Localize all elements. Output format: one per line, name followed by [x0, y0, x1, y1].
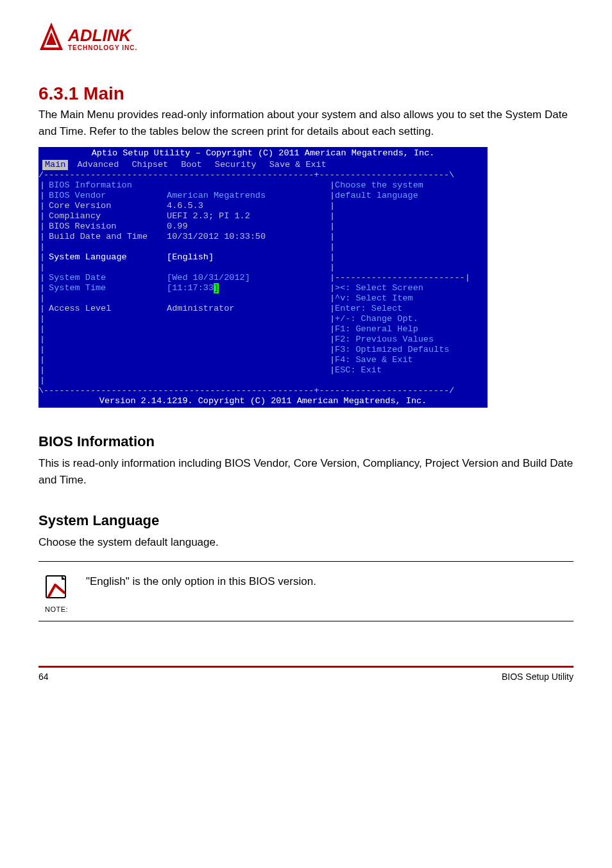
- bios-footer: Version 2.14.1219. Copyright (C) 2011 Am…: [38, 396, 488, 408]
- bios-lang-value[interactable]: [English]: [167, 252, 214, 263]
- bios-border-top: /---------------------------------------…: [38, 170, 488, 180]
- bios-tabs: Main Advanced Chipset Boot Security Save…: [38, 160, 488, 170]
- tab-chipset[interactable]: Chipset: [128, 160, 172, 170]
- footer-title: BIOS Setup Utility: [502, 672, 574, 682]
- brand-logo: ADLINK TECHNOLOGY INC.: [38, 19, 574, 58]
- bios-time-label[interactable]: System Time: [45, 283, 167, 293]
- help-k2: ^v: Select Item: [335, 293, 413, 303]
- help-k7: F3: Optimized Defaults: [335, 345, 449, 354]
- help-k5: F1: General Help: [335, 324, 418, 334]
- bios-builddate-value: 10/31/2012 10:33:50: [167, 232, 266, 242]
- bios-lang-label[interactable]: System Language: [45, 252, 167, 263]
- tab-security[interactable]: Security: [211, 160, 260, 170]
- help-l2: default language: [335, 191, 418, 200]
- help-l1: Choose the system: [335, 180, 423, 190]
- heading-bios-info: BIOS Information: [38, 433, 574, 450]
- tab-boot[interactable]: Boot: [177, 160, 205, 170]
- bios-info-title: BIOS Information: [45, 180, 167, 191]
- logo-text-bottom: TECHNOLOGY INC.: [68, 44, 137, 51]
- bios-title-bar: Aptio Setup Utility – Copyright (C) 2011…: [38, 147, 488, 160]
- bios-vendor-label: BIOS Vendor: [45, 191, 167, 201]
- bios-vendor-value: American Megatrends: [167, 191, 266, 201]
- para-syslang: Choose the system default language.: [38, 534, 574, 551]
- bios-access-label: Access Level: [45, 304, 167, 314]
- note-label: NOTE:: [38, 605, 74, 613]
- bios-rev-value: 0.99: [167, 221, 187, 232]
- note-text: "English" is the only option in this BIO…: [86, 573, 316, 590]
- bios-rev-label: BIOS Revision: [45, 221, 167, 232]
- tab-advanced[interactable]: Advanced: [74, 160, 123, 170]
- help-k9: ESC: Exit: [335, 365, 382, 375]
- page-number: 64: [38, 672, 49, 682]
- note-rule-bottom: [38, 621, 574, 621]
- bios-help-pane: |Choose the system |default language | |…: [328, 180, 488, 386]
- help-k3: Enter: Select: [335, 304, 402, 313]
- bios-screen: Aptio Setup Utility – Copyright (C) 2011…: [38, 147, 488, 408]
- bios-core-label: Core Version: [45, 201, 167, 211]
- bios-cursor: ]: [214, 283, 219, 293]
- bios-comp-label: Compliancy: [45, 211, 167, 221]
- help-k4: +/-: Change Opt.: [335, 314, 418, 324]
- bios-main-pane: |BIOS Information |BIOS VendorAmerican M…: [38, 180, 328, 386]
- logo-text-top: ADLINK: [67, 26, 132, 45]
- help-k1: ><: Select Screen: [335, 283, 423, 293]
- footer-rule: [38, 666, 574, 668]
- bios-time-value[interactable]: [11:17:33]: [167, 283, 219, 293]
- help-divider: |-------------------------|: [330, 273, 486, 283]
- para-bios-info: This is read-only information including …: [38, 455, 574, 489]
- help-k8: F4: Save & Exit: [335, 355, 413, 365]
- bios-date-value[interactable]: [Wed 10/31/2012]: [167, 273, 250, 283]
- section-heading: 6.3.1 Main: [38, 83, 574, 104]
- bios-border-bottom: \---------------------------------------…: [38, 386, 488, 396]
- tab-save-exit[interactable]: Save & Exit: [266, 160, 330, 170]
- section-intro: The Main Menu provides read-only informa…: [38, 107, 574, 139]
- help-k6: F2: Previous Values: [335, 334, 434, 344]
- note-rule-top: [38, 561, 574, 562]
- bios-comp-value: UEFI 2.3; PI 1.2: [167, 211, 250, 221]
- bios-date-label[interactable]: System Date: [45, 273, 167, 283]
- tab-main[interactable]: Main: [42, 160, 68, 170]
- bios-core-value: 4.6.5.3: [167, 201, 203, 211]
- bios-access-value: Administrator: [167, 304, 234, 314]
- note-block: NOTE: "English" is the only option in th…: [38, 561, 574, 621]
- heading-syslang: System Language: [38, 512, 574, 529]
- bios-builddate-label: Build Date and Time: [45, 232, 167, 242]
- note-icon: NOTE:: [38, 573, 74, 613]
